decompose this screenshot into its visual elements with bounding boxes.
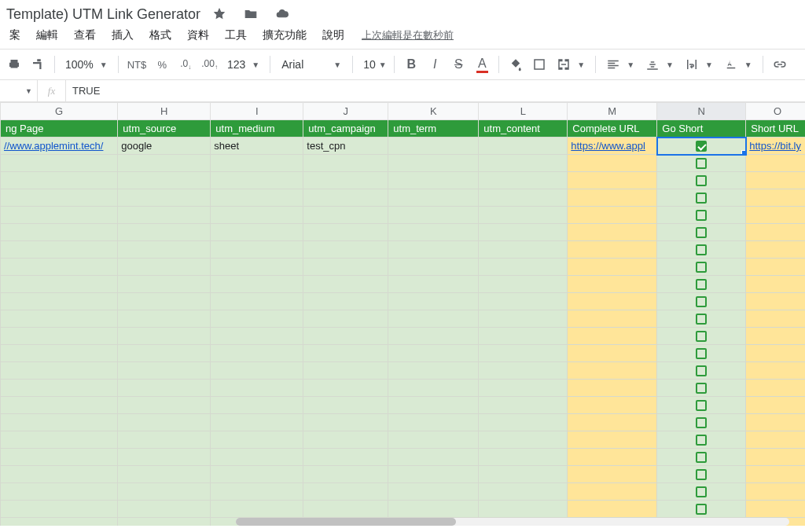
- zoom-select[interactable]: 100%▼: [61, 53, 112, 75]
- cell[interactable]: //www.applemint.tech/: [1, 138, 118, 155]
- checkbox-icon[interactable]: [696, 383, 707, 394]
- cell[interactable]: [303, 449, 388, 466]
- cell[interactable]: [568, 501, 657, 518]
- text-color-button[interactable]: A: [471, 53, 493, 75]
- cell[interactable]: [118, 414, 211, 431]
- header-cell[interactable]: utm_medium: [211, 120, 303, 138]
- cell[interactable]: [1, 518, 118, 526]
- increase-decimal-button[interactable]: .00↑: [198, 53, 221, 75]
- cell[interactable]: [388, 138, 479, 155]
- col-header-I[interactable]: I: [211, 103, 303, 120]
- cell[interactable]: [479, 259, 568, 276]
- checkbox-icon[interactable]: [696, 296, 707, 307]
- cell[interactable]: [303, 362, 388, 380]
- checkbox-icon[interactable]: [696, 331, 707, 342]
- menu-tools[interactable]: 工具: [219, 25, 253, 46]
- cell[interactable]: [118, 483, 211, 501]
- cell[interactable]: [568, 397, 657, 414]
- decrease-decimal-button[interactable]: .0↓: [175, 53, 197, 75]
- header-cell[interactable]: Complete URL: [568, 120, 657, 138]
- cell[interactable]: [746, 414, 805, 431]
- col-header-N[interactable]: N: [657, 103, 746, 120]
- cell[interactable]: [568, 155, 657, 172]
- col-header-M[interactable]: M: [568, 103, 657, 120]
- cell[interactable]: [657, 276, 746, 293]
- cell[interactable]: [657, 172, 746, 189]
- menu-file[interactable]: 案: [3, 25, 27, 46]
- cell[interactable]: [1, 155, 118, 172]
- cell[interactable]: [118, 380, 211, 397]
- cell[interactable]: [303, 466, 388, 483]
- col-header-J[interactable]: J: [303, 103, 388, 120]
- cell[interactable]: [657, 380, 746, 397]
- cell[interactable]: [657, 483, 746, 501]
- cell[interactable]: [118, 449, 211, 466]
- link[interactable]: https://bit.ly: [749, 140, 801, 152]
- cell[interactable]: [479, 155, 568, 172]
- formula-input[interactable]: TRUE: [66, 85, 100, 97]
- menu-format[interactable]: 格式: [143, 25, 178, 46]
- v-align-button[interactable]: ▼: [641, 53, 678, 75]
- italic-button[interactable]: I: [424, 53, 446, 75]
- insert-link-button[interactable]: [769, 53, 791, 75]
- cell[interactable]: [388, 310, 479, 328]
- cell[interactable]: test_cpn: [303, 138, 388, 155]
- cell[interactable]: [746, 310, 805, 328]
- cell[interactable]: [479, 449, 568, 466]
- cell[interactable]: [479, 293, 568, 310]
- cell[interactable]: [1, 414, 118, 431]
- cell[interactable]: [388, 276, 479, 293]
- bold-button[interactable]: B: [400, 53, 422, 75]
- header-cell[interactable]: Go Short: [657, 120, 746, 138]
- cell[interactable]: [211, 380, 303, 397]
- doc-title[interactable]: Template) UTM Link Generator: [6, 6, 208, 23]
- cell[interactable]: [568, 224, 657, 241]
- col-header-O[interactable]: O: [746, 103, 805, 120]
- cell[interactable]: [657, 414, 746, 431]
- checkbox-icon[interactable]: [696, 452, 707, 463]
- cell[interactable]: [746, 224, 805, 241]
- cell[interactable]: [479, 431, 568, 449]
- cell[interactable]: [746, 483, 805, 501]
- cell[interactable]: [303, 431, 388, 449]
- star-icon[interactable]: [208, 3, 230, 25]
- cell[interactable]: [211, 189, 303, 207]
- cell[interactable]: [118, 362, 211, 380]
- cell[interactable]: [388, 241, 479, 259]
- cell[interactable]: [479, 138, 568, 155]
- cell[interactable]: [568, 172, 657, 189]
- cell[interactable]: [657, 466, 746, 483]
- cell[interactable]: [303, 328, 388, 345]
- menu-edit[interactable]: 編輯: [30, 25, 64, 46]
- cell[interactable]: [303, 224, 388, 241]
- cell[interactable]: [388, 501, 479, 518]
- cell[interactable]: [1, 466, 118, 483]
- checkbox-icon[interactable]: [696, 193, 707, 204]
- cell[interactable]: [746, 449, 805, 466]
- cell[interactable]: [746, 328, 805, 345]
- checkbox-icon[interactable]: [696, 400, 707, 411]
- checkbox-icon[interactable]: [696, 158, 707, 169]
- cell[interactable]: [211, 310, 303, 328]
- cell[interactable]: [211, 431, 303, 449]
- cell[interactable]: [657, 224, 746, 241]
- cell[interactable]: [211, 293, 303, 310]
- cell[interactable]: [1, 449, 118, 466]
- cell[interactable]: [746, 362, 805, 380]
- print-icon[interactable]: [3, 53, 25, 75]
- checkbox-icon[interactable]: [696, 348, 707, 359]
- cell[interactable]: [118, 466, 211, 483]
- cell[interactable]: [388, 224, 479, 241]
- checkbox-icon[interactable]: [696, 227, 707, 238]
- cell[interactable]: [118, 518, 211, 526]
- cell[interactable]: [388, 414, 479, 431]
- cell[interactable]: [211, 483, 303, 501]
- checkbox-icon[interactable]: [696, 469, 707, 480]
- cell[interactable]: [388, 466, 479, 483]
- cell[interactable]: [657, 362, 746, 380]
- cell[interactable]: [1, 310, 118, 328]
- header-cell[interactable]: utm_content: [479, 120, 568, 138]
- cell[interactable]: [303, 397, 388, 414]
- link[interactable]: https://www.appl: [571, 140, 645, 152]
- cell[interactable]: [746, 155, 805, 172]
